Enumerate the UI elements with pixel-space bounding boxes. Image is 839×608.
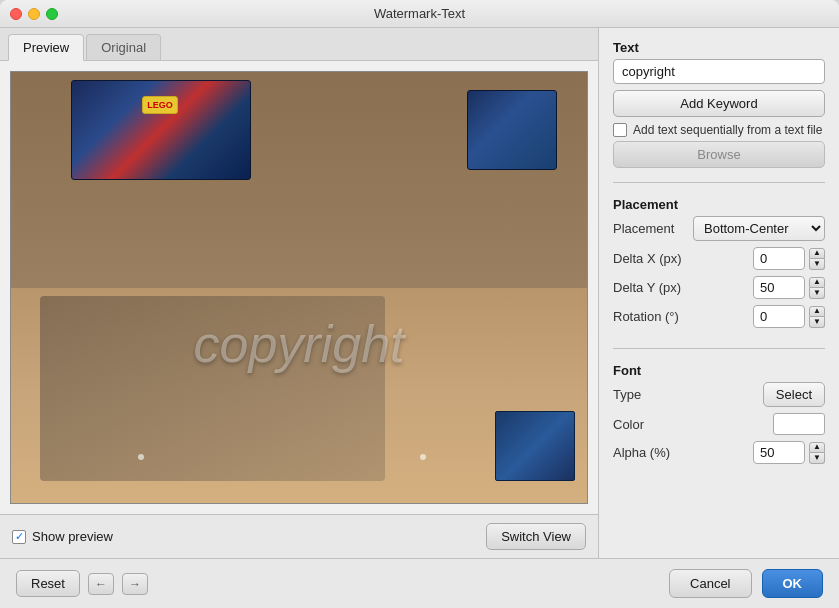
instruction-book [495, 411, 575, 481]
nav-next-button[interactable]: → [122, 573, 148, 595]
image-display: LEGO copyright [11, 72, 587, 503]
text-section: Text Add Keyword Add text sequentially f… [613, 40, 825, 168]
color-row: Color [613, 413, 825, 435]
placement-section: Placement Placement Bottom-Center Top-Le… [613, 197, 825, 334]
placement-label: Placement [613, 221, 693, 236]
delta-y-up[interactable]: ▲ [809, 277, 825, 288]
left-panel: Preview Original LEGO [0, 28, 599, 558]
seq-label: Add text sequentially from a text file [633, 123, 822, 137]
delta-y-spinner: ▲ ▼ [753, 276, 825, 299]
text-input-field[interactable] [613, 59, 825, 84]
alpha-spinner: ▲ ▼ [753, 441, 825, 464]
alpha-row: Alpha (%) ▲ ▼ [613, 441, 825, 464]
minimize-button[interactable] [28, 8, 40, 20]
rotation-down[interactable]: ▼ [809, 317, 825, 328]
show-preview-row: Show preview [12, 529, 113, 544]
browse-button: Browse [613, 141, 825, 168]
color-label: Color [613, 417, 693, 432]
footer-bar: Reset ← → Cancel OK [0, 558, 839, 608]
divider-2 [613, 348, 825, 349]
add-keyword-button[interactable]: Add Keyword [613, 90, 825, 117]
placement-select[interactable]: Bottom-Center Top-Left Top-Center Top-Ri… [693, 216, 825, 241]
tab-bar: Preview Original [0, 28, 598, 61]
close-button[interactable] [10, 8, 22, 20]
dot-left [138, 454, 144, 460]
font-section-label: Font [613, 363, 825, 378]
delta-x-up[interactable]: ▲ [809, 248, 825, 259]
delta-x-spinner-buttons: ▲ ▼ [809, 248, 825, 270]
seq-checkbox-row: Add text sequentially from a text file [613, 123, 825, 137]
lego-box-main: LEGO [71, 80, 251, 180]
alpha-input[interactable] [753, 441, 805, 464]
reset-button[interactable]: Reset [16, 570, 80, 597]
font-section: Font Type Select Color Alpha (%) ▲ ▼ [613, 363, 825, 470]
delta-x-down[interactable]: ▼ [809, 259, 825, 270]
font-type-label: Type [613, 387, 693, 402]
font-type-row: Type Select [613, 382, 825, 407]
rotation-label: Rotation (°) [613, 309, 693, 324]
right-panel: Text Add Keyword Add text sequentially f… [599, 28, 839, 558]
preview-controls-bar: Show preview Switch View [0, 514, 598, 558]
show-preview-label: Show preview [32, 529, 113, 544]
text-section-label: Text [613, 40, 825, 55]
delta-y-row: Delta Y (px) ▲ ▼ [613, 276, 825, 299]
placement-section-label: Placement [613, 197, 825, 212]
show-preview-checkbox[interactable] [12, 530, 26, 544]
footer-buttons-right: Cancel OK [669, 569, 823, 598]
rotation-input[interactable] [753, 305, 805, 328]
dot-right [420, 454, 426, 460]
rotation-spinner: ▲ ▼ [753, 305, 825, 328]
alpha-up[interactable]: ▲ [809, 442, 825, 453]
delta-x-input[interactable] [753, 247, 805, 270]
alpha-label: Alpha (%) [613, 445, 693, 460]
rotation-spinner-buttons: ▲ ▼ [809, 306, 825, 328]
maximize-button[interactable] [46, 8, 58, 20]
color-swatch[interactable] [773, 413, 825, 435]
title-bar: Watermark-Text [0, 0, 839, 28]
window-title: Watermark-Text [374, 6, 465, 21]
image-preview-area: LEGO copyright [10, 71, 588, 504]
lego-logo: LEGO [142, 96, 178, 114]
switch-view-button[interactable]: Switch View [486, 523, 586, 550]
nav-prev-button[interactable]: ← [88, 573, 114, 595]
ok-button[interactable]: OK [762, 569, 824, 598]
delta-y-input[interactable] [753, 276, 805, 299]
seq-checkbox[interactable] [613, 123, 627, 137]
main-content: Preview Original LEGO [0, 28, 839, 558]
rotation-up[interactable]: ▲ [809, 306, 825, 317]
delta-y-down[interactable]: ▼ [809, 288, 825, 299]
delta-x-spinner: ▲ ▼ [753, 247, 825, 270]
traffic-lights [10, 8, 58, 20]
cancel-button[interactable]: Cancel [669, 569, 751, 598]
main-window: Watermark-Text Preview Original LEGO [0, 0, 839, 608]
alpha-down[interactable]: ▼ [809, 453, 825, 464]
delta-y-spinner-buttons: ▲ ▼ [809, 277, 825, 299]
delta-y-label: Delta Y (px) [613, 280, 693, 295]
tab-original[interactable]: Original [86, 34, 161, 60]
delta-x-label: Delta X (px) [613, 251, 693, 266]
select-font-button[interactable]: Select [763, 382, 825, 407]
minifig-area [40, 296, 386, 481]
rotation-row: Rotation (°) ▲ ▼ [613, 305, 825, 328]
placement-row: Placement Bottom-Center Top-Left Top-Cen… [613, 216, 825, 241]
alpha-spinner-buttons: ▲ ▼ [809, 442, 825, 464]
divider-1 [613, 182, 825, 183]
delta-x-row: Delta X (px) ▲ ▼ [613, 247, 825, 270]
lego-box-secondary [467, 90, 557, 170]
tab-preview[interactable]: Preview [8, 34, 84, 61]
